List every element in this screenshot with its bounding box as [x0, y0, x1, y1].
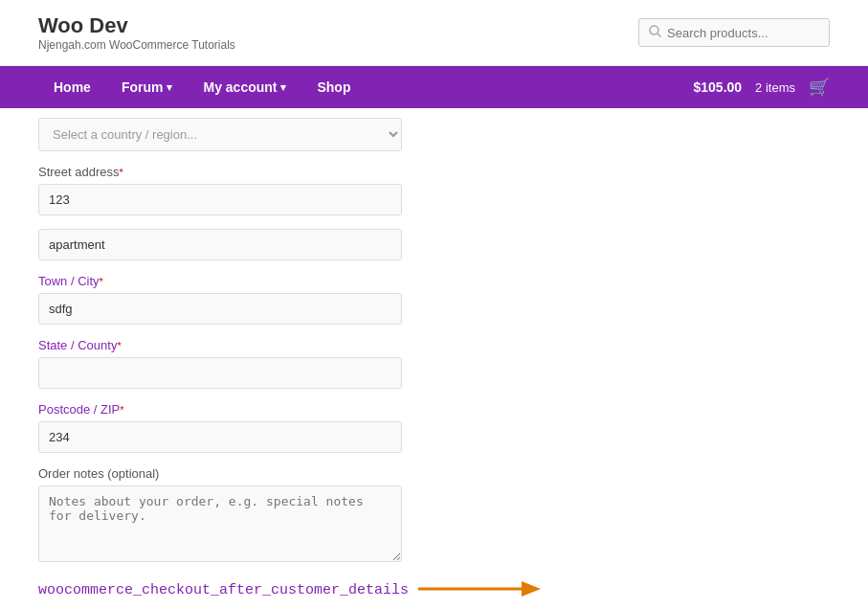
order-notes-label: Order notes (optional): [38, 466, 632, 481]
nav-item-forum[interactable]: Forum ▾: [106, 66, 189, 108]
nav-right: $105.00 2 items 🛒: [693, 77, 830, 98]
site-nav: Home Forum ▾ My account ▾ Shop $105.00 2…: [0, 66, 868, 108]
nav-left: Home Forum ▾ My account ▾ Shop: [38, 66, 366, 108]
cart-amount: $105.00: [693, 79, 742, 95]
postcode-group: Postcode / ZIP*: [38, 402, 632, 453]
postcode-input[interactable]: [38, 421, 402, 453]
svg-line-1: [657, 34, 661, 37]
search-icon: [649, 25, 661, 40]
town-input[interactable]: [38, 293, 402, 325]
search-input[interactable]: [667, 26, 819, 40]
cart-icon[interactable]: 🛒: [809, 77, 830, 98]
svg-point-0: [650, 26, 658, 34]
site-header: Woo Dev Njengah.com WooCommerce Tutorial…: [0, 0, 868, 66]
order-notes-input[interactable]: [38, 485, 402, 562]
site-title: Woo Dev: [38, 13, 235, 38]
myaccount-chevron-icon: ▾: [280, 81, 286, 94]
forum-chevron-icon: ▾: [167, 81, 172, 94]
apartment-group: [38, 229, 632, 260]
street-address-line1[interactable]: [38, 184, 402, 215]
hook-label: woocommerce_checkout_after_customer_deta…: [38, 582, 409, 598]
nav-item-shop[interactable]: Shop: [301, 66, 366, 108]
country-group: Select a country / region...: [38, 118, 632, 151]
svg-marker-3: [522, 581, 541, 597]
site-tagline: Njengah.com WooCommerce Tutorials: [38, 38, 235, 52]
street-required-star: *: [120, 167, 123, 178]
checkout-form: Select a country / region... Street addr…: [0, 108, 670, 609]
cart-items-count: 2 items: [755, 80, 795, 95]
postcode-required-star: *: [120, 404, 123, 416]
state-input[interactable]: [38, 357, 402, 389]
state-required-star: *: [117, 340, 121, 351]
town-group: Town / City*: [38, 274, 632, 325]
postcode-label: Postcode / ZIP*: [38, 402, 632, 417]
town-required-star: *: [100, 276, 103, 287]
state-group: State / County*: [38, 338, 632, 389]
nav-item-myaccount[interactable]: My account ▾: [188, 66, 301, 108]
arrow-icon: [418, 575, 543, 605]
town-label: Town / City*: [38, 274, 632, 288]
site-branding: Woo Dev Njengah.com WooCommerce Tutorial…: [38, 13, 235, 52]
order-notes-group: Order notes (optional): [38, 466, 632, 562]
nav-item-home[interactable]: Home: [38, 66, 106, 108]
search-box[interactable]: [638, 18, 830, 47]
street-address-group: Street address*: [38, 165, 632, 215]
hook-row: woocommerce_checkout_after_customer_deta…: [38, 575, 632, 605]
state-label: State / County*: [38, 338, 632, 352]
street-address-label: Street address*: [38, 165, 632, 179]
country-select[interactable]: Select a country / region...: [38, 118, 402, 151]
street-address-line2[interactable]: [38, 229, 402, 260]
